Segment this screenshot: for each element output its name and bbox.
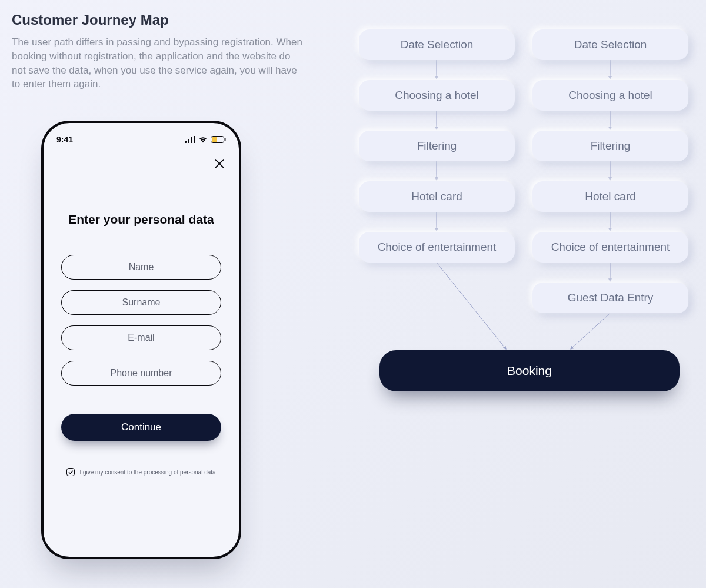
svg-line-19 xyxy=(571,313,610,349)
flow-step: Date Selection xyxy=(532,29,688,60)
flow-column-left: Date Selection Choosing a hotel Filterin… xyxy=(359,29,515,313)
svg-rect-0 xyxy=(185,141,187,143)
flow-step: Choosing a hotel xyxy=(359,80,515,111)
flow-step: Filtering xyxy=(532,131,688,161)
consent-checkbox[interactable] xyxy=(66,468,75,476)
flow-step: Date Selection xyxy=(359,29,515,60)
battery-icon xyxy=(211,136,226,143)
flow-step: Choosing a hotel xyxy=(532,80,688,111)
flow-step: Hotel card xyxy=(532,181,688,212)
journey-flow: Date Selection Choosing a hotel Filterin… xyxy=(359,29,694,313)
page-description: The user path differs in passing and byp… xyxy=(12,35,306,91)
flow-step: Hotel card xyxy=(359,181,515,212)
phone-mockup: 9:41 xyxy=(41,121,241,559)
continue-button[interactable]: Continue xyxy=(61,414,221,441)
flow-step: Filtering xyxy=(359,131,515,161)
svg-rect-5 xyxy=(225,138,226,141)
flow-column-right: Date Selection Choosing a hotel Filterin… xyxy=(532,29,688,313)
svg-rect-3 xyxy=(194,136,195,143)
status-time: 9:41 xyxy=(56,135,73,144)
svg-rect-6 xyxy=(212,137,217,142)
flow-step: Choice of entertainment xyxy=(359,232,515,263)
svg-rect-1 xyxy=(188,139,189,143)
page-title: Customer Journey Map xyxy=(12,12,306,28)
consent-text: I give my consent to the processing of p… xyxy=(79,469,215,476)
svg-rect-2 xyxy=(191,137,192,143)
form-title: Enter your personal data xyxy=(56,212,226,227)
email-field[interactable] xyxy=(61,325,221,350)
surname-field[interactable] xyxy=(61,290,221,315)
name-field[interactable] xyxy=(61,255,221,280)
close-icon xyxy=(214,158,225,171)
flow-booking: Booking xyxy=(379,350,680,391)
flow-step: Choice of entertainment xyxy=(532,232,688,263)
status-bar: 9:41 xyxy=(56,134,226,145)
flow-step: Guest Data Entry xyxy=(532,283,688,313)
wifi-icon xyxy=(198,136,208,143)
check-icon xyxy=(68,467,74,477)
phone-field[interactable] xyxy=(61,361,221,386)
close-button[interactable] xyxy=(213,158,226,171)
cellular-icon xyxy=(185,136,195,143)
